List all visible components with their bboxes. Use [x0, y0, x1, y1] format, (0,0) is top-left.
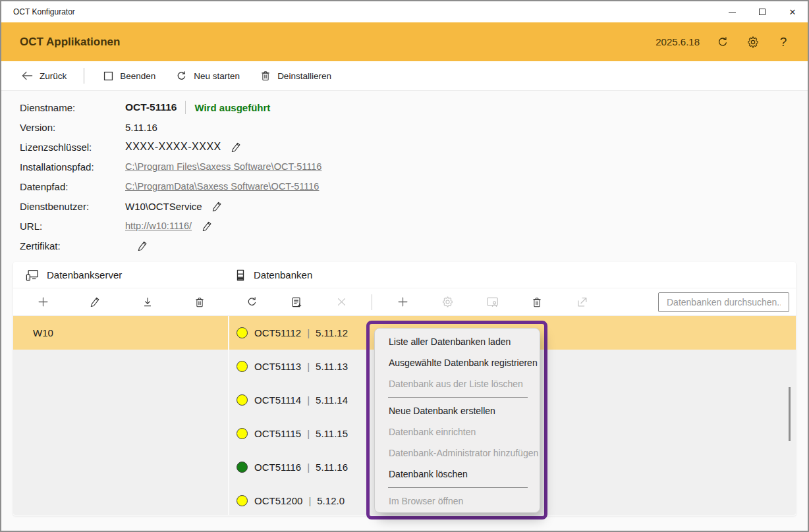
- refresh-button[interactable]: [715, 35, 730, 49]
- database-version: 5.11.14: [316, 394, 348, 406]
- status-dot: [237, 327, 248, 338]
- field-row-lizenzschluessel: Lizenzschlüssel: XXXX-XXXX-XXXX: [20, 137, 321, 157]
- delete-server-button[interactable]: [177, 291, 222, 313]
- stop-service-button[interactable]: Beenden: [103, 70, 155, 82]
- server-list: W10: [13, 316, 229, 515]
- database-name: OCT51200: [254, 495, 302, 506]
- uninstall-label: Deinstallieren: [277, 71, 331, 81]
- server-panel-header: Datenbankserver: [13, 269, 229, 282]
- settings-button[interactable]: [746, 35, 760, 49]
- name-version-separator: |: [308, 495, 311, 506]
- field-row-datenpfad: Datenpfad: C:\ProgramData\Saxess Softwar…: [20, 176, 321, 196]
- server-icon: [25, 269, 40, 282]
- database-icon: [235, 269, 246, 282]
- menu-item-remove-database-from-list: Datenbank aus der Liste löschen: [375, 373, 540, 394]
- stop-icon: [103, 70, 114, 82]
- field-label: Lizenzschlüssel:: [20, 142, 125, 153]
- edit-icon: [136, 240, 149, 252]
- add-icon: [37, 296, 49, 308]
- close-icon: ✕: [789, 8, 796, 16]
- menu-separator: [388, 397, 528, 398]
- remove-database-from-list-button: [319, 291, 364, 313]
- edit-certificate-button[interactable]: [135, 238, 150, 253]
- field-row-url: URL: http://w10:1116/: [20, 216, 321, 236]
- server-row[interactable]: W10: [13, 316, 228, 350]
- database-version: 5.11.12: [316, 327, 348, 338]
- field-label: URL:: [20, 221, 125, 232]
- menu-item-register-selected-database[interactable]: Ausgewählte Datenbank registrieren: [375, 352, 540, 373]
- menu-item-add-database-admin: Datenbank-Administrator hinzufügen: [375, 442, 540, 464]
- back-button[interactable]: Zurück: [21, 70, 67, 81]
- help-button[interactable]: ?: [776, 35, 791, 49]
- server-toolbar: [13, 291, 229, 313]
- restart-service-button[interactable]: Neu starten: [175, 70, 240, 82]
- database-name: OCT51113: [254, 361, 301, 372]
- name-version-separator: |: [307, 428, 310, 439]
- open-in-browser-button: [559, 291, 604, 313]
- gear-icon: [441, 296, 454, 308]
- register-list-icon: [290, 296, 303, 309]
- databases-toolbar: [229, 288, 796, 315]
- database-version: 5.11.16: [316, 462, 348, 473]
- database-version: 5.12.0: [317, 495, 345, 506]
- help-icon: ?: [780, 35, 787, 49]
- database-name: OCT51115: [254, 428, 301, 439]
- databases-panel-title: Datenbanken: [254, 269, 312, 280]
- menu-item-setup-database: Datenbank einrichten: [375, 421, 540, 442]
- menu-separator: [388, 487, 528, 488]
- edit-server-button[interactable]: [72, 291, 117, 313]
- install-path-link[interactable]: C:\Program Files\Saxess Software\OCT-511…: [125, 161, 321, 172]
- data-path-link[interactable]: C:\ProgramData\Saxess Software\OCT-51116: [125, 181, 319, 192]
- name-version-separator: |: [307, 462, 310, 473]
- menu-item-open-in-browser: Im Browser öffnen: [375, 491, 540, 512]
- value-separator: [185, 101, 186, 114]
- actionbar-separator: [84, 68, 84, 84]
- edit-service-user-button[interactable]: [210, 199, 225, 213]
- add-server-button[interactable]: [20, 291, 65, 313]
- license-key: XXXX-XXXX-XXXX: [125, 141, 221, 153]
- close-button[interactable]: ✕: [777, 1, 808, 22]
- maximize-icon: [759, 9, 766, 15]
- field-row-installationspfad: Installationspfad: C:\Program Files\Saxe…: [20, 157, 321, 176]
- menu-item-delete-database[interactable]: Datenbank löschen: [375, 464, 540, 485]
- delete-database-button[interactable]: [515, 291, 559, 313]
- status-dot: [237, 495, 248, 506]
- edit-license-button[interactable]: [229, 140, 244, 154]
- service-url-link[interactable]: http://w10:1116/: [125, 221, 192, 231]
- minimize-button[interactable]: [717, 1, 747, 22]
- context-menu-highlight: Liste aller Datenbanken laden Ausgewählt…: [366, 321, 547, 519]
- field-label: Datenpfad:: [20, 181, 125, 192]
- status-dot: [237, 428, 248, 439]
- restart-icon: [175, 70, 188, 82]
- delete-icon: [194, 296, 206, 308]
- field-row-dienstbenutzer: Dienstbenutzer: W10\OCTService: [20, 196, 321, 216]
- field-label: Installationspfad:: [20, 161, 125, 173]
- setup-database-button: [425, 291, 470, 313]
- field-label: Version:: [20, 122, 125, 133]
- scrollbar-thumb[interactable]: [789, 387, 791, 441]
- menu-item-create-database[interactable]: Neue Datenbank erstellen: [375, 400, 540, 421]
- edit-url-button[interactable]: [200, 219, 214, 233]
- database-name: OCT51112: [254, 327, 301, 338]
- name-version-separator: |: [307, 361, 310, 372]
- service-info: Dienstname: OCT-51116 Wird ausgeführt Ve…: [20, 97, 321, 255]
- download-server-button[interactable]: [125, 291, 170, 313]
- status-dot: [237, 462, 248, 473]
- back-icon: [21, 70, 34, 81]
- edit-icon: [230, 141, 242, 153]
- create-database-button[interactable]: [380, 291, 425, 313]
- database-search-input[interactable]: [658, 292, 789, 312]
- panel-toolbars: [13, 288, 796, 316]
- add-icon: [397, 296, 409, 308]
- uninstall-button[interactable]: Deinstallieren: [260, 70, 331, 82]
- load-database-list-button[interactable]: [274, 291, 319, 313]
- menu-item-load-database-list[interactable]: Liste aller Datenbanken laden: [375, 331, 540, 352]
- gear-icon: [746, 36, 760, 49]
- stop-label: Beenden: [120, 71, 155, 81]
- database-version: 5.11.13: [316, 361, 348, 372]
- refresh-databases-button[interactable]: [229, 291, 274, 313]
- service-version: 5.11.16: [125, 122, 157, 133]
- service-name: OCT-51116: [125, 101, 177, 113]
- maximize-button[interactable]: [747, 1, 777, 22]
- open-browser-icon: [576, 296, 588, 308]
